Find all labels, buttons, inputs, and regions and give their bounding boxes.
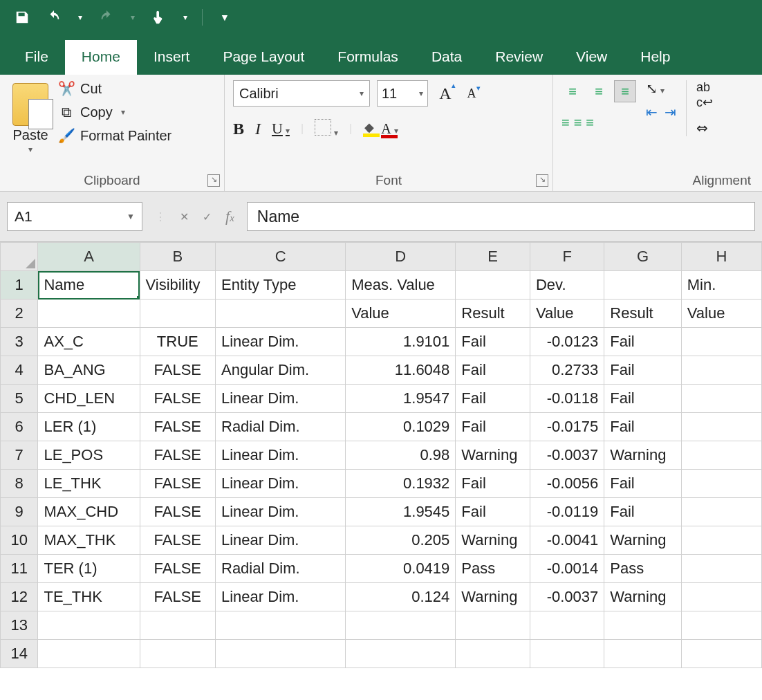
cell[interactable]: -0.0123 xyxy=(530,328,604,356)
undo-dropdown-icon[interactable]: ▾ xyxy=(76,8,84,27)
cell[interactable]: LE_THK xyxy=(38,470,140,498)
cell[interactable] xyxy=(140,640,215,668)
cell[interactable] xyxy=(216,640,346,668)
table-row[interactable]: 13 xyxy=(1,611,762,640)
cell[interactable]: Angular Dim. xyxy=(216,356,346,385)
col-header-H[interactable]: H xyxy=(681,243,761,271)
cell[interactable] xyxy=(38,300,140,328)
row-header[interactable]: 5 xyxy=(1,385,38,413)
table-row[interactable]: 9MAX_CHDFALSELinear Dim.1.9545Fail-0.011… xyxy=(1,498,762,526)
orientation-button[interactable]: ⤡▾ xyxy=(646,80,676,97)
cell[interactable]: Fail xyxy=(604,328,681,356)
insert-function-button[interactable]: fx xyxy=(225,208,234,225)
row-header[interactable]: 1 xyxy=(1,271,38,300)
cell[interactable]: 0.124 xyxy=(346,583,456,611)
cell[interactable] xyxy=(681,640,761,668)
wrap-text-button[interactable]: abc↩ xyxy=(696,80,713,110)
cell[interactable]: -0.0118 xyxy=(530,385,604,413)
align-middle-button[interactable]: ≡ xyxy=(588,80,610,102)
tab-data[interactable]: Data xyxy=(415,40,478,75)
paste-button[interactable]: Paste ▾ xyxy=(8,80,53,157)
touch-dropdown-icon[interactable]: ▾ xyxy=(181,8,189,27)
cell[interactable]: 1.9545 xyxy=(346,498,456,526)
cell[interactable]: TER (1) xyxy=(38,555,140,583)
cell[interactable]: Warning xyxy=(456,526,530,555)
cell[interactable]: BA_ANG xyxy=(38,356,140,385)
cell[interactable]: 1.9101 xyxy=(346,328,456,356)
cell[interactable]: 0.1029 xyxy=(346,413,456,441)
fill-color-button[interactable]: ▾ xyxy=(363,122,370,135)
cell[interactable]: TE_THK xyxy=(38,583,140,611)
cell[interactable]: Fail xyxy=(456,356,530,385)
table-row[interactable]: 8LE_THKFALSELinear Dim.0.1932Fail-0.0056… xyxy=(1,470,762,498)
grid-body[interactable]: 1NameVisibilityEntity TypeMeas. ValueDev… xyxy=(1,271,762,668)
table-row[interactable]: 7LE_POSFALSELinear Dim.0.98Warning-0.003… xyxy=(1,441,762,470)
cell[interactable]: Fail xyxy=(604,498,681,526)
cell[interactable]: Min. xyxy=(681,271,761,300)
cell[interactable]: Entity Type xyxy=(216,271,346,300)
cell[interactable]: TRUE xyxy=(140,328,215,356)
font-size-select[interactable]: 11 ▾ xyxy=(377,80,428,107)
cell[interactable]: 0.2733 xyxy=(530,356,604,385)
tab-home[interactable]: Home xyxy=(65,40,137,75)
cell[interactable] xyxy=(456,271,530,300)
paste-dropdown-icon[interactable]: ▾ xyxy=(28,145,32,154)
cell[interactable]: Linear Dim. xyxy=(216,328,346,356)
cell[interactable]: -0.0056 xyxy=(530,470,604,498)
cell[interactable]: Warning xyxy=(604,441,681,470)
font-name-select[interactable]: Calibri ▾ xyxy=(233,80,370,107)
cell[interactable] xyxy=(346,640,456,668)
col-header-B[interactable]: B xyxy=(140,243,215,271)
cell[interactable] xyxy=(38,640,140,668)
cell[interactable]: Fail xyxy=(456,385,530,413)
cell[interactable]: Fail xyxy=(456,328,530,356)
undo-icon[interactable] xyxy=(44,8,64,27)
cell[interactable] xyxy=(216,300,346,328)
align-bottom-button[interactable]: ≡ xyxy=(614,80,636,102)
cell[interactable]: Meas. Value xyxy=(346,271,456,300)
cell[interactable]: Linear Dim. xyxy=(216,441,346,470)
cell[interactable]: Warning xyxy=(604,526,681,555)
cell[interactable]: FALSE xyxy=(140,555,215,583)
cell[interactable]: MAX_CHD xyxy=(38,498,140,526)
cell[interactable]: -0.0014 xyxy=(530,555,604,583)
tab-file[interactable]: File xyxy=(8,40,65,75)
table-row[interactable]: 12TE_THKFALSELinear Dim.0.124Warning-0.0… xyxy=(1,583,762,611)
increase-indent-button[interactable]: ⇥ xyxy=(665,104,676,120)
cell[interactable]: FALSE xyxy=(140,413,215,441)
row-header[interactable]: 13 xyxy=(1,611,38,640)
cell[interactable] xyxy=(681,356,761,385)
row-header[interactable]: 6 xyxy=(1,413,38,441)
col-header-F[interactable]: F xyxy=(530,243,604,271)
customize-qat-icon[interactable]: ▼ xyxy=(215,8,234,27)
row-header[interactable]: 12 xyxy=(1,583,38,611)
cell[interactable]: Radial Dim. xyxy=(216,555,346,583)
tab-review[interactable]: Review xyxy=(478,40,559,75)
row-header[interactable]: 4 xyxy=(1,356,38,385)
cell[interactable] xyxy=(681,328,761,356)
cell[interactable] xyxy=(604,611,681,640)
cell[interactable] xyxy=(140,611,215,640)
cell[interactable]: -0.0037 xyxy=(530,441,604,470)
borders-button[interactable]: ▾ xyxy=(315,119,338,138)
spreadsheet-grid[interactable]: A B C D E F G H 1NameVisibilityEntity Ty… xyxy=(0,242,762,668)
cell[interactable] xyxy=(38,611,140,640)
table-row[interactable]: 4BA_ANGFALSEAngular Dim.11.6048Fail0.273… xyxy=(1,356,762,385)
cell[interactable] xyxy=(216,611,346,640)
increase-font-size-button[interactable]: A▴ xyxy=(435,81,460,106)
enter-formula-button[interactable]: ✓ xyxy=(203,210,212,223)
cell[interactable] xyxy=(681,583,761,611)
decrease-indent-button[interactable]: ⇤ xyxy=(646,104,658,120)
cell[interactable]: Warning xyxy=(604,583,681,611)
cell[interactable]: 11.6048 xyxy=(346,356,456,385)
row-header[interactable]: 7 xyxy=(1,441,38,470)
cell[interactable]: Fail xyxy=(604,413,681,441)
name-box[interactable]: A1 ▼ xyxy=(7,202,142,231)
cell[interactable]: -0.0119 xyxy=(530,498,604,526)
col-header-D[interactable]: D xyxy=(346,243,456,271)
cell[interactable]: Visibility xyxy=(140,271,215,300)
row-header[interactable]: 11 xyxy=(1,555,38,583)
cell[interactable]: -0.0175 xyxy=(530,413,604,441)
table-row[interactable]: 2ValueResultValueResultValue xyxy=(1,300,762,328)
underline-button[interactable]: U xyxy=(272,120,290,138)
